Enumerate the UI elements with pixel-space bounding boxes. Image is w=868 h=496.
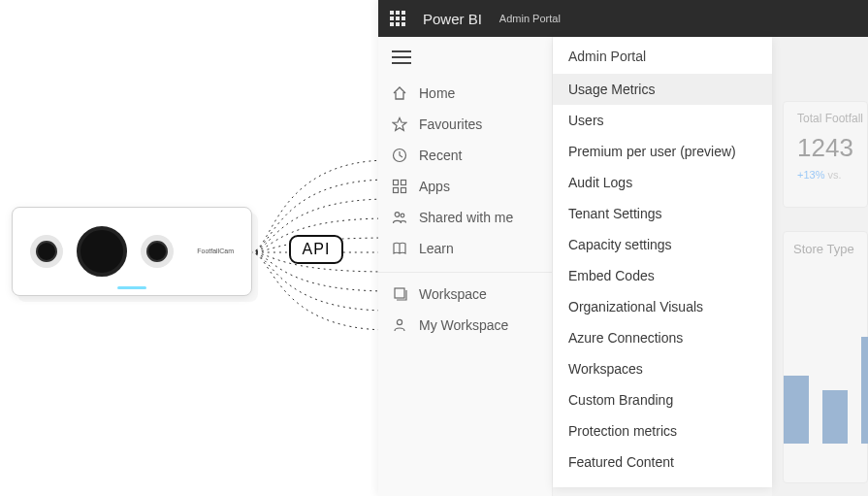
people-icon	[392, 210, 407, 225]
nav-my-workspace[interactable]: My Workspace	[378, 310, 552, 341]
svg-rect-10	[395, 288, 404, 298]
admin-item-azure-connections[interactable]: Azure Connections	[553, 322, 772, 353]
app-title: Power BI	[423, 11, 482, 27]
section-title: Admin Portal	[499, 13, 561, 24]
device-lens-right	[141, 235, 174, 268]
nav-label: Workspace	[419, 286, 487, 302]
nav-label: Recent	[419, 148, 462, 163]
device-brand-label: FootfallCam	[197, 248, 234, 255]
apps-icon	[392, 179, 407, 194]
nav-recent[interactable]: Recent	[378, 140, 552, 171]
admin-item-tenant-settings[interactable]: Tenant Settings	[553, 198, 772, 229]
admin-item-audit-logs[interactable]: Audit Logs	[553, 167, 772, 198]
footfallcam-device: FootfallCam	[12, 207, 252, 296]
svg-rect-4	[394, 181, 399, 185]
nav-workspace[interactable]: Workspace	[378, 272, 552, 310]
star-icon	[392, 116, 407, 132]
nav-label: Home	[419, 85, 455, 101]
admin-panel-header: Admin Portal	[553, 37, 772, 74]
nav-learn[interactable]: Learn	[378, 233, 552, 264]
svg-point-9	[401, 214, 404, 217]
admin-portal-panel: Admin Portal Usage Metrics Users Premium…	[553, 37, 772, 487]
api-badge: API	[289, 235, 343, 264]
nav-home[interactable]: Home	[378, 78, 552, 109]
person-icon	[392, 317, 407, 333]
admin-item-premium-per-user[interactable]: Premium per user (preview)	[553, 136, 772, 167]
admin-item-custom-branding[interactable]: Custom Branding	[553, 384, 772, 415]
nav-shared[interactable]: Shared with me	[378, 202, 552, 233]
nav-label: Apps	[419, 179, 450, 194]
integration-diagram: FootfallCam API	[0, 0, 378, 496]
device-lens-center	[77, 226, 127, 277]
device-lens-left	[30, 235, 63, 268]
svg-point-11	[397, 319, 402, 324]
admin-item-usage-metrics[interactable]: Usage Metrics	[553, 74, 772, 105]
home-icon	[392, 85, 407, 101]
nav-label: Shared with me	[419, 210, 513, 225]
powerbi-window: Power BI Admin Portal Total Footfall 124…	[378, 0, 868, 496]
svg-rect-6	[394, 188, 399, 193]
nav-label: My Workspace	[419, 317, 508, 333]
nav-label: Learn	[419, 241, 454, 256]
admin-item-protection-metrics[interactable]: Protection metrics	[553, 415, 772, 446]
nav-apps[interactable]: Apps	[378, 171, 552, 202]
layers-icon	[392, 286, 407, 302]
svg-point-8	[395, 213, 400, 217]
book-icon	[392, 241, 407, 256]
svg-rect-7	[402, 188, 406, 193]
admin-item-featured-content[interactable]: Featured Content	[553, 446, 772, 478]
main-nav: Home Favourites Recent Apps Shared with …	[378, 37, 553, 496]
clock-icon	[392, 148, 407, 163]
admin-item-capacity-settings[interactable]: Capacity settings	[553, 229, 772, 260]
admin-item-workspaces[interactable]: Workspaces	[553, 353, 772, 384]
nav-favourites[interactable]: Favourites	[378, 109, 552, 140]
device-led	[117, 286, 146, 289]
powerbi-header: Power BI Admin Portal	[378, 0, 868, 37]
hamburger-icon[interactable]	[378, 43, 552, 78]
svg-rect-5	[402, 181, 406, 185]
admin-item-embed-codes[interactable]: Embed Codes	[553, 260, 772, 291]
admin-item-org-visuals[interactable]: Organizational Visuals	[553, 291, 772, 322]
nav-label: Favourites	[419, 116, 482, 132]
app-launcher-icon[interactable]	[390, 11, 405, 26]
dashboard-dim-overlay	[772, 37, 868, 496]
admin-item-users[interactable]: Users	[553, 105, 772, 136]
